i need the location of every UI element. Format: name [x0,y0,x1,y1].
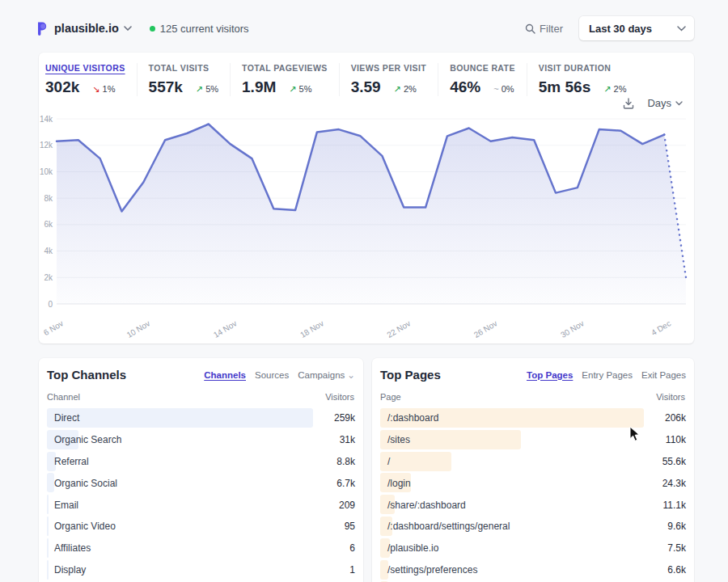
stat-label: Unique visitors [45,63,125,73]
page-row[interactable]: /plausible.io7.5k [380,538,686,559]
date-range-select[interactable]: Last 30 days [579,16,694,40]
pages-tab-top-pages[interactable]: Top Pages [527,370,573,380]
channel-row[interactable]: Organic Video95 [47,516,355,538]
filter-button[interactable]: Filter [525,23,563,35]
channels-list: Direct259kOrganic Search31kReferral8.8kO… [47,407,355,580]
channel-column-header: Channel [47,392,80,402]
chevron-down-icon: ⌄ [347,370,355,380]
current-visitors[interactable]: 125 current visitors [150,23,249,35]
stat-total-pageviews[interactable]: Total pageviews1.9M↗ 5% [230,63,339,96]
svg-text:22 Nov: 22 Nov [385,318,412,340]
row-visitors: 24.3k [662,478,686,489]
row-label[interactable]: Direct [47,412,79,424]
row-label[interactable]: Organic Search [47,434,121,445]
stat-delta: ↗ 5% [196,84,218,95]
row-visitors: 209 [339,500,355,511]
row-visitors: 8.8k [336,456,355,467]
visitors-chart[interactable]: 02k4k6k8k10k12k14k6 Nov10 Nov14 Nov18 No… [39,112,694,344]
stat-delta: ↘ 1% [92,84,115,95]
plausible-logo-icon [36,21,49,36]
chevron-down-icon [675,101,683,106]
top-pages-card: Top Pages Top PagesEntry PagesExit Pages… [372,358,694,582]
svg-text:26 Nov: 26 Nov [472,318,499,340]
mouse-cursor [629,426,641,442]
page-row[interactable]: /:dashboard/settings/general9.6k [380,516,686,538]
top-bar-right: Filter Last 30 days [525,16,694,40]
row-label[interactable]: /settings/preferences [380,564,477,576]
row-label[interactable]: Organic Social [47,478,117,489]
top-pages-title: Top Pages [380,368,441,382]
channel-row[interactable]: Organic Search31k [47,429,355,451]
channel-row[interactable]: Display1 [47,559,355,581]
svg-text:4 Dec: 4 Dec [650,318,672,337]
stats-row: Unique visitors302k↘ 1%Total visits557k↗… [39,53,694,96]
top-channels-title: Top Channels [47,368,126,382]
interval-select[interactable]: Days [647,97,683,109]
row-label[interactable]: Affiliates [47,542,91,554]
row-label[interactable]: /:dashboard [380,412,438,424]
stat-delta: ↗ 2% [394,84,417,95]
row-visitors: 31k [340,434,355,445]
row-visitors: 1 [349,564,355,576]
stat-bounce-rate[interactable]: Bounce rate46%~ 0% [438,63,527,96]
delta-up-icon: ↗ [394,84,401,94]
channels-tab-channels[interactable]: Channels [204,370,246,380]
row-visitors: 55.6k [662,456,686,467]
top-channels-card: Top Channels ChannelsSourcesCampaigns⌄ C… [39,358,363,582]
channels-tab-campaigns[interactable]: Campaigns⌄ [298,369,355,381]
row-visitors: 6.6k [667,564,686,576]
row-label[interactable]: Organic Video [47,521,116,532]
row-label[interactable]: /login [380,478,411,489]
page-row[interactable]: /share/:dashboard11.1k [380,494,686,516]
visitors-column-header: Visitors [325,392,354,402]
row-label[interactable]: Referral [47,456,89,467]
visitors-chart-svg: 02k4k6k8k10k12k14k6 Nov10 Nov14 Nov18 No… [39,112,694,344]
site-switcher[interactable]: plausible.io [36,21,132,36]
stat-value: 302k [45,78,79,96]
row-label[interactable]: / [380,456,390,467]
top-channels-tabs: ChannelsSourcesCampaigns⌄ [195,369,355,381]
row-bar [47,408,313,428]
stat-views-per-visit[interactable]: Views per visit3.59↗ 2% [339,63,438,96]
row-visitors: 11.1k [663,500,686,511]
stat-visit-duration[interactable]: Visit duration5m 56s↗ 2% [527,63,638,96]
pages-tab-entry-pages[interactable]: Entry Pages [582,370,633,380]
row-label[interactable]: /plausible.io [380,542,438,554]
svg-text:4k: 4k [44,247,53,255]
svg-text:12k: 12k [40,141,53,150]
stat-value: 5m 56s [539,78,590,96]
row-label[interactable]: Email [47,500,78,511]
top-bar: plausible.io 125 current visitors Filter… [36,16,694,40]
stat-unique-visitors[interactable]: Unique visitors302k↘ 1% [45,63,137,96]
channel-row[interactable]: Email209 [47,494,355,516]
channel-row[interactable]: Referral8.8k [47,451,355,473]
page-row[interactable]: /settings/preferences6.6k [380,559,686,581]
stat-label: Views per visit [351,63,427,73]
stat-value: 1.9M [242,78,276,96]
page-row[interactable]: /login24.3k [380,472,686,494]
row-label[interactable]: /sites [380,434,410,445]
page-row[interactable]: /55.6k [380,451,686,473]
row-label[interactable]: /:dashboard/settings/general [380,521,510,532]
svg-text:6 Nov: 6 Nov [42,318,65,337]
channel-row[interactable]: Affiliates6 [47,538,355,559]
download-icon[interactable] [623,98,634,109]
channel-row[interactable]: Organic Social6.7k [47,472,355,494]
channels-tab-sources[interactable]: Sources [255,370,289,380]
filter-label: Filter [540,23,563,35]
row-visitors: 95 [345,521,355,532]
pages-tab-exit-pages[interactable]: Exit Pages [641,370,686,380]
row-visitors: 206k [665,412,686,424]
top-pages-tabs: Top PagesEntry PagesExit Pages [518,370,686,380]
stat-value: 46% [450,78,480,96]
svg-text:10 Nov: 10 Nov [125,318,152,340]
interval-label: Days [647,97,671,109]
row-label[interactable]: Display [47,564,86,576]
search-icon [525,23,535,34]
svg-text:0: 0 [48,300,53,309]
channel-row[interactable]: Direct259k [47,407,355,429]
row-bar [380,452,451,471]
site-name: plausible.io [54,22,119,35]
stat-total-visits[interactable]: Total visits557k↗ 5% [137,63,230,96]
row-label[interactable]: /share/:dashboard [380,500,466,511]
